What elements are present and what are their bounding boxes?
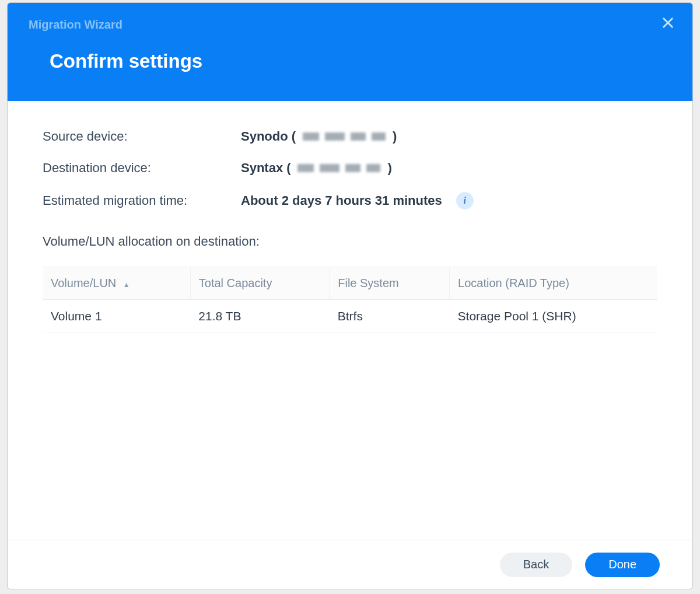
destination-device-row: Destination device: Syntax ( )	[43, 160, 657, 176]
page-title: Confirm settings	[29, 32, 671, 72]
close-button[interactable]	[659, 13, 677, 32]
cell-location: Storage Pool 1 (SHR)	[450, 300, 657, 333]
source-ip-redacted	[303, 132, 386, 141]
eta-value: About 2 days 7 hours 31 minutes i	[241, 192, 474, 209]
sort-asc-icon: ▲	[123, 281, 130, 289]
source-device-row: Source device: Synodo ( )	[43, 129, 657, 144]
eta-label: Estimated migration time:	[43, 193, 241, 208]
col-capacity[interactable]: Total Capacity	[190, 267, 329, 300]
info-icon[interactable]: i	[456, 192, 474, 209]
col-location[interactable]: Location (RAID Type)	[450, 267, 657, 300]
eta-row: Estimated migration time: About 2 days 7…	[43, 192, 657, 209]
destination-ip-redacted	[298, 164, 380, 172]
wizard-title: Migration Wizard	[29, 3, 671, 32]
destination-device-value: Syntax ( )	[241, 160, 392, 176]
source-device-value: Synodo ( )	[241, 129, 397, 144]
cell-capacity: 21.8 TB	[190, 300, 329, 333]
allocation-section-label: Volume/LUN allocation on destination:	[43, 234, 657, 249]
cell-fs: Btrfs	[330, 300, 450, 333]
migration-wizard-window: Migration Wizard Confirm settings Source…	[7, 2, 693, 589]
source-device-label: Source device:	[43, 129, 241, 144]
col-fs[interactable]: File System	[330, 267, 450, 300]
wizard-header: Migration Wizard Confirm settings	[8, 3, 692, 101]
wizard-footer: Back Done	[8, 540, 692, 589]
done-button[interactable]: Done	[585, 553, 660, 577]
wizard-body: Source device: Synodo ( ) Destination de…	[8, 101, 692, 540]
back-button[interactable]: Back	[500, 553, 572, 577]
allocation-table: Volume/LUN ▲ Total Capacity File System …	[43, 267, 657, 333]
close-icon	[662, 16, 674, 29]
table-row[interactable]: Volume 1 21.8 TB Btrfs Storage Pool 1 (S…	[43, 300, 657, 333]
cell-volume: Volume 1	[43, 300, 190, 333]
destination-device-label: Destination device:	[43, 160, 241, 176]
col-volume[interactable]: Volume/LUN ▲	[43, 267, 190, 300]
